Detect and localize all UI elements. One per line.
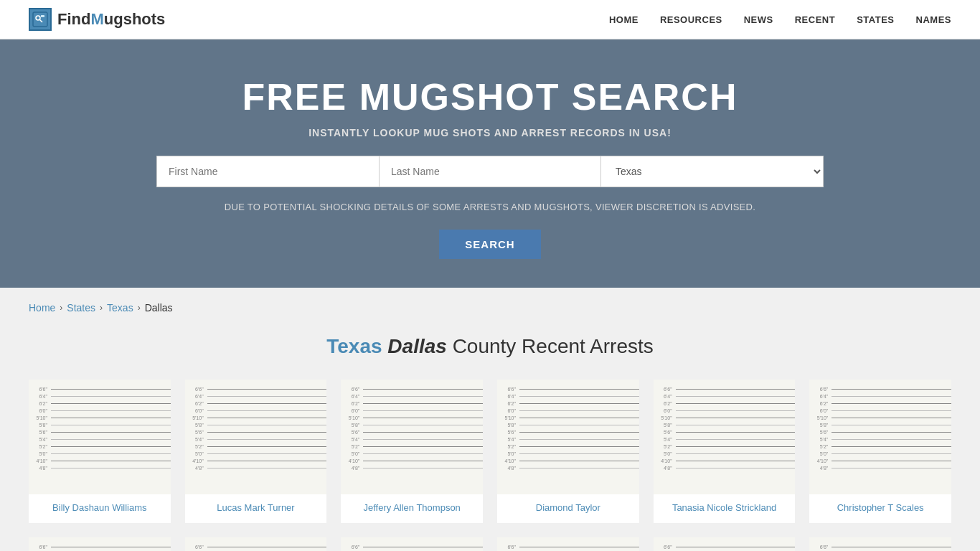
mugshot-name: Tanasia Nicole Strickland <box>654 494 796 523</box>
mugshot-image: 6'6" 6'4" 6'2" 6'0" 5'10" 5'8" 5'6" 5'4"… <box>185 380 327 494</box>
mugshot-image: 6'6" 6'4" 6'2" 6'0" 5'10" 5'8" 5'6" 5'4"… <box>341 380 483 494</box>
last-name-input[interactable] <box>379 156 601 187</box>
mugshot-image-partial: 6'6" 6'4" 6'2" <box>341 537 483 551</box>
ruler-bg: 6'6" 6'4" 6'2" 6'0" 5'10" 5'8" 5'6" 5'4"… <box>341 380 483 494</box>
page-title-suffix: County Recent Arrests <box>453 335 654 357</box>
svg-rect-3 <box>41 15 44 17</box>
mugshot-image-partial: 6'6" 6'4" 6'2" <box>809 537 951 551</box>
ruler-bg: 6'6" 6'4" 6'2" 6'0" 5'10" 5'8" 5'6" 5'4"… <box>185 380 327 494</box>
ruler-bg-partial: 6'6" 6'4" 6'2" <box>654 537 796 551</box>
hero-title: FREE MUGSHOT SEARCH <box>14 75 966 118</box>
ruler-bg: 6'6" 6'4" 6'2" 6'0" 5'10" 5'8" 5'6" 5'4"… <box>29 380 171 494</box>
mugshot-card[interactable]: 6'6" 6'4" 6'2" 6'0" 5'10" 5'8" 5'6" 5'4"… <box>185 380 327 523</box>
mugshot-card[interactable]: 6'6" 6'4" 6'2" 6'0" 5'10" 5'8" 5'6" 5'4"… <box>29 380 171 523</box>
mugshot-card[interactable]: 6'6" 6'4" 6'2" 6'0" 5'10" 5'8" 5'6" 5'4"… <box>497 380 639 523</box>
main-nav: HOME RESOURCES NEWS RECENT STATES NAMES <box>609 13 951 26</box>
mugshot-image: 6'6" 6'4" 6'2" 6'0" 5'10" 5'8" 5'6" 5'4"… <box>497 380 639 494</box>
nav-names[interactable]: NAMES <box>916 14 951 25</box>
breadcrumb-sep-3: › <box>138 303 141 313</box>
breadcrumb: Home › States › Texas › Dallas <box>29 302 951 314</box>
mugshot-card-partial[interactable]: 6'6" 6'4" 6'2" <box>341 537 483 551</box>
mugshot-image-partial: 6'6" 6'4" 6'2" <box>185 537 327 551</box>
page-title: Texas Dallas County Recent Arrests <box>29 335 951 358</box>
ruler-bg-partial: 6'6" 6'4" 6'2" <box>29 537 171 551</box>
mugshot-name: Jeffery Allen Thompson <box>341 494 483 523</box>
breadcrumb-states[interactable]: States <box>67 302 95 314</box>
mugshot-card-partial[interactable]: 6'6" 6'4" 6'2" <box>29 537 171 551</box>
page-title-state: Texas <box>326 335 382 357</box>
mugshot-name: Billy Dashaun Williams <box>29 494 171 523</box>
state-select[interactable]: Select State Alabama Alaska Arizona Arka… <box>601 156 824 187</box>
nav-states[interactable]: STATES <box>857 14 894 25</box>
main-content: Home › States › Texas › Dallas Texas Dal… <box>0 288 980 551</box>
ruler-bg-partial: 6'6" 6'4" 6'2" <box>185 537 327 551</box>
mugshot-name: Diamond Taylor <box>497 494 639 523</box>
mugshot-name: Lucas Mark Turner <box>185 494 327 523</box>
hero-section: FREE MUGSHOT SEARCH INSTANTLY LOOKUP MUG… <box>0 39 980 288</box>
mugshot-image: 6'6" 6'4" 6'2" 6'0" 5'10" 5'8" 5'6" 5'4"… <box>654 380 796 494</box>
disclaimer-text: DUE TO POTENTIAL SHOCKING DETAILS OF SOM… <box>14 202 966 212</box>
mugshot-card-partial[interactable]: 6'6" 6'4" 6'2" <box>809 537 951 551</box>
ruler-bg: 6'6" 6'4" 6'2" 6'0" 5'10" 5'8" 5'6" 5'4"… <box>497 380 639 494</box>
logo-icon <box>29 8 52 31</box>
ruler-bg-partial: 6'6" 6'4" 6'2" <box>809 537 951 551</box>
mugshot-image: 6'6" 6'4" 6'2" 6'0" 5'10" 5'8" 5'6" 5'4"… <box>809 380 951 494</box>
brand-text: FindMugshots <box>57 10 165 29</box>
mugshot-image-partial: 6'6" 6'4" 6'2" <box>654 537 796 551</box>
mugshot-card-partial[interactable]: 6'6" 6'4" 6'2" <box>497 537 639 551</box>
breadcrumb-sep-1: › <box>60 303 62 313</box>
mugshot-image: 6'6" 6'4" 6'2" 6'0" 5'10" 5'8" 5'6" 5'4"… <box>29 380 171 494</box>
breadcrumb-texas[interactable]: Texas <box>107 302 133 314</box>
first-name-input[interactable] <box>156 156 379 187</box>
mugshot-card-partial[interactable]: 6'6" 6'4" 6'2" <box>654 537 796 551</box>
mugshot-card[interactable]: 6'6" 6'4" 6'2" 6'0" 5'10" 5'8" 5'6" 5'4"… <box>341 380 483 523</box>
breadcrumb-current: Dallas <box>145 302 173 314</box>
page-title-county: Dallas <box>387 335 447 357</box>
mugshot-card-partial[interactable]: 6'6" 6'4" 6'2" <box>185 537 327 551</box>
nav-home[interactable]: HOME <box>609 14 639 25</box>
breadcrumb-sep-2: › <box>100 303 103 313</box>
mugshot-grid-row1: 6'6" 6'4" 6'2" 6'0" 5'10" 5'8" 5'6" 5'4"… <box>29 380 951 523</box>
search-button[interactable]: SEARCH <box>439 230 540 259</box>
nav-news[interactable]: NEWS <box>744 14 773 25</box>
mugshot-card[interactable]: 6'6" 6'4" 6'2" 6'0" 5'10" 5'8" 5'6" 5'4"… <box>809 380 951 523</box>
hero-subtitle: INSTANTLY LOOKUP MUG SHOTS AND ARREST RE… <box>14 127 966 138</box>
mugshot-name: Christopher T Scales <box>809 494 951 523</box>
ruler-bg: 6'6" 6'4" 6'2" 6'0" 5'10" 5'8" 5'6" 5'4"… <box>809 380 951 494</box>
ruler-bg: 6'6" 6'4" 6'2" 6'0" 5'10" 5'8" 5'6" 5'4"… <box>654 380 796 494</box>
nav-resources[interactable]: RESOURCES <box>660 14 722 25</box>
nav-recent[interactable]: RECENT <box>795 14 835 25</box>
search-form: Select State Alabama Alaska Arizona Arka… <box>14 156 966 187</box>
ruler-bg-partial: 6'6" 6'4" 6'2" <box>497 537 639 551</box>
ruler-bg-partial: 6'6" 6'4" 6'2" <box>341 537 483 551</box>
mugshot-image-partial: 6'6" 6'4" 6'2" <box>29 537 171 551</box>
navbar: FindMugshots HOME RESOURCES NEWS RECENT … <box>0 0 980 39</box>
breadcrumb-home[interactable]: Home <box>29 302 55 314</box>
brand-logo[interactable]: FindMugshots <box>29 8 165 31</box>
mugshot-image-partial: 6'6" 6'4" 6'2" <box>497 537 639 551</box>
mugshot-grid-row2: 6'6" 6'4" 6'2" 6'6" 6'4" 6'2" 6'6" 6'4" … <box>29 537 951 551</box>
mugshot-card[interactable]: 6'6" 6'4" 6'2" 6'0" 5'10" 5'8" 5'6" 5'4"… <box>654 380 796 523</box>
